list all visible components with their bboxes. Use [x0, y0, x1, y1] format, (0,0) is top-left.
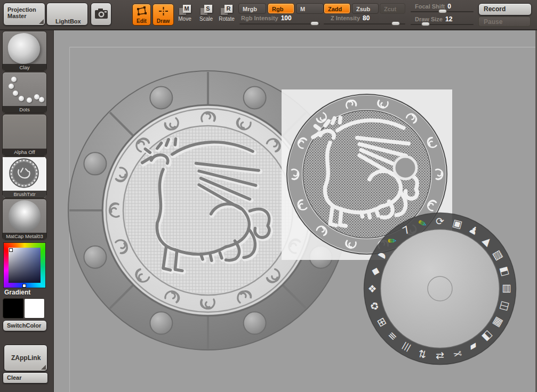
stroke-label: Dots	[3, 106, 46, 113]
color-swatches	[3, 298, 45, 318]
zcut-toggle: Zcut	[380, 3, 405, 14]
zbrush-window: ProjectionMaster LightBox	[0, 0, 537, 392]
zadd-toggle[interactable]: Zadd	[324, 3, 350, 14]
progress-dial[interactable]: ⟳▣♟▲▧◧▤◫▦◨▰✂⇄⇅|||≡⊞♻❖◆◗✎7✎	[364, 213, 516, 365]
projection-master-label: ProjectionMaster	[4, 3, 45, 19]
brush-selector-clay[interactable]: Clay	[2, 31, 47, 71]
focal-shift-slider[interactable]	[411, 11, 474, 12]
stroke-selector-dots[interactable]: Dots	[2, 72, 47, 113]
refresh-icon: ⟳	[436, 215, 444, 227]
gradient-label: Gradient	[4, 289, 30, 296]
move-label: Move	[175, 16, 195, 22]
texture-selector[interactable]: BrushTxtr	[2, 157, 47, 198]
material-label: MatCap Metal03	[3, 233, 46, 240]
fold-corner-icon	[39, 19, 44, 24]
rgb-intensity-slider-handle[interactable]	[310, 21, 319, 26]
draw-label: Draw	[153, 18, 173, 24]
camera-icon	[94, 8, 108, 20]
clay-brush-icon	[6, 31, 42, 66]
z-intensity-slider-handle[interactable]	[391, 21, 400, 26]
rgb-intensity-label: Rgb Intensity	[241, 15, 278, 21]
brush-label: Clay	[3, 64, 46, 71]
lightbox-button[interactable]: LightBox	[46, 3, 88, 26]
rgb-intensity-row: Rgb Intensity100	[241, 14, 292, 22]
zapplink-button[interactable]: ZAppLink	[4, 345, 47, 371]
mrgb-toggle[interactable]: Mrgb	[238, 3, 266, 14]
material-selector[interactable]: MatCap Metal03	[2, 199, 47, 240]
rotate-mode-button[interactable]: R Rotate	[216, 5, 237, 25]
texture-ring-detail	[394, 157, 416, 179]
tile-stack-icon: ▤	[502, 284, 514, 293]
draw-size-slider-handle[interactable]	[421, 22, 430, 26]
draw-mode-button[interactable]: Draw	[153, 4, 174, 26]
draw-icon	[158, 6, 169, 17]
record-label: Record	[479, 4, 531, 13]
zapplink-label: ZAppLink	[4, 345, 47, 362]
pause-button: Pause	[478, 17, 531, 27]
rgb-intensity-value: 100	[281, 14, 292, 22]
leaves-icon: ❖	[366, 284, 378, 293]
texture-label: BrushTxtr	[3, 191, 46, 198]
color-picker-gradient[interactable]	[9, 248, 41, 283]
draw-size-value: 12	[445, 15, 452, 23]
rotate-icon: R	[221, 5, 233, 15]
scale-icon: S	[201, 5, 212, 15]
z-intensity-row: Z Intensity80	[331, 14, 370, 22]
draw-size-row: Draw Size12	[415, 15, 452, 23]
move-icon: M	[179, 5, 191, 15]
hue-ring-cursor[interactable]	[22, 284, 26, 288]
left-tray: Clay Dots Alpha Off	[0, 29, 54, 392]
secondary-color-swatch[interactable]	[24, 298, 45, 318]
matcap-sphere-icon	[9, 200, 41, 232]
clear-button[interactable]: Clear	[3, 372, 48, 383]
rotate-label: Rotate	[216, 16, 237, 22]
switch-color-label: SwitchColor	[3, 321, 46, 329]
m-toggle[interactable]: M	[296, 3, 324, 14]
color-picker[interactable]	[3, 242, 46, 288]
zsub-toggle[interactable]: Zsub	[352, 3, 379, 14]
draw-size-label: Draw Size	[415, 16, 443, 22]
color-picker-cursor[interactable]	[9, 248, 13, 252]
fold-corner-icon	[41, 365, 46, 370]
lightbox-label	[47, 3, 87, 11]
draw-size-slider[interactable]	[411, 24, 474, 25]
brush-texture-icon	[3, 157, 45, 189]
edit-mode-button[interactable]: Edit	[132, 4, 151, 26]
clear-label: Clear	[3, 373, 47, 381]
scene: ⟳▣♟▲▧◧▤◫▦◨▰✂⇄⇅|||≡⊞♻❖◆◗✎7✎	[53, 29, 537, 392]
top-toolbar: ProjectionMaster LightBox	[0, 0, 537, 30]
scale-label: Scale	[196, 16, 216, 22]
rgb-intensity-slider[interactable]	[239, 23, 320, 24]
edit-icon	[136, 6, 147, 17]
scale-mode-button[interactable]: S Scale	[196, 5, 216, 25]
camera-button[interactable]	[91, 3, 111, 26]
z-intensity-slider[interactable]	[324, 23, 405, 24]
main-color-swatch[interactable]	[3, 298, 23, 318]
alpha-selector[interactable]: Alpha Off	[2, 114, 47, 156]
swap-horizontal-icon: ⇄	[436, 350, 444, 362]
projection-master-button[interactable]: ProjectionMaster	[3, 3, 45, 26]
move-mode-button[interactable]: M Move	[175, 5, 195, 25]
record-button[interactable]: Record	[478, 3, 532, 15]
z-intensity-value: 80	[363, 14, 370, 22]
alpha-label: Alpha Off	[3, 149, 46, 156]
switch-color-button[interactable]: SwitchColor	[3, 320, 47, 331]
canvas-viewport[interactable]: ⟳▣♟▲▧◧▤◫▦◨▰✂⇄⇅|||≡⊞♻❖◆◗✎7✎	[53, 29, 537, 392]
edit-label: Edit	[133, 18, 150, 24]
z-intensity-label: Z Intensity	[331, 15, 360, 21]
focal-shift-value: 0	[447, 3, 451, 10]
focal-shift-slider-handle[interactable]	[438, 9, 447, 13]
rgb-toggle[interactable]: Rgb	[268, 3, 294, 14]
